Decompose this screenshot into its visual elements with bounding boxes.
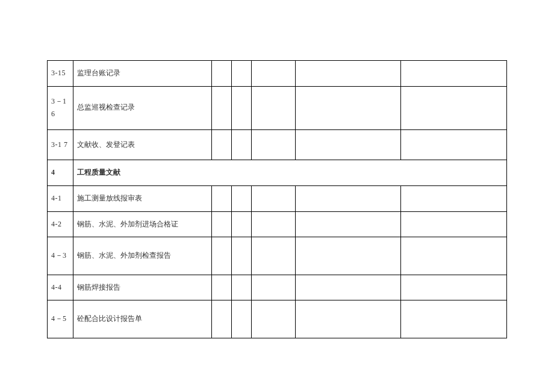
empty-cell: [401, 211, 507, 237]
empty-cell: [295, 129, 401, 160]
empty-cell: [401, 185, 507, 211]
table-row: 4-4钢筋焊接报告: [48, 275, 507, 300]
row-desc: 总监巡视检查记录: [73, 86, 211, 129]
document-table: 3-15监理台账记录3－1 6总监巡视检查记录3-1 7文献收、发登记表4工程质…: [47, 60, 507, 338]
row-desc: 监理台账记录: [73, 61, 211, 87]
empty-cell: [251, 86, 295, 129]
row-desc: 砼配合比设计报告单: [73, 300, 211, 338]
empty-cell: [231, 61, 251, 87]
row-desc: 钢筋、水泥、外加剂进场合格证: [73, 211, 211, 237]
empty-cell: [211, 237, 231, 275]
table-row: 4－5砼配合比设计报告单: [48, 300, 507, 338]
table-row: 3-1 7文献收、发登记表: [48, 129, 507, 160]
empty-cell: [231, 237, 251, 275]
empty-cell: [251, 129, 295, 160]
empty-cell: [401, 61, 507, 87]
empty-cell: [295, 185, 401, 211]
empty-cell: [401, 300, 507, 338]
empty-cell: [231, 185, 251, 211]
empty-cell: [401, 237, 507, 275]
empty-cell: [231, 86, 251, 129]
empty-cell: [401, 86, 507, 129]
empty-cell: [295, 86, 401, 129]
empty-cell: [251, 61, 295, 87]
empty-cell: [231, 300, 251, 338]
empty-cell: [401, 275, 507, 300]
row-id: 3-15: [48, 61, 73, 87]
table-row: 4-1施工测量放线报审表: [48, 185, 507, 211]
empty-cell: [211, 275, 231, 300]
row-id: 4－5: [48, 300, 73, 338]
table-row: 4工程质量文献: [48, 160, 507, 186]
empty-cell: [401, 129, 507, 160]
row-id: 4-1: [48, 185, 73, 211]
row-id: 4-2: [48, 211, 73, 237]
row-id: 4: [48, 160, 73, 186]
table-row: 3-15监理台账记录: [48, 61, 507, 87]
empty-cell: [295, 61, 401, 87]
row-desc: 钢筋、水泥、外加剂检查报告: [73, 237, 211, 275]
empty-cell: [251, 300, 295, 338]
section-title: 工程质量文献: [73, 160, 507, 186]
table-row: 4－3钢筋、水泥、外加剂检查报告: [48, 237, 507, 275]
table-row: 3－1 6总监巡视检查记录: [48, 86, 507, 129]
row-id: 3－1 6: [48, 86, 73, 129]
empty-cell: [251, 275, 295, 300]
empty-cell: [211, 86, 231, 129]
row-desc: 文献收、发登记表: [73, 129, 211, 160]
empty-cell: [211, 300, 231, 338]
empty-cell: [295, 300, 401, 338]
row-desc: 钢筋焊接报告: [73, 275, 211, 300]
empty-cell: [251, 185, 295, 211]
empty-cell: [295, 211, 401, 237]
table-row: 4-2钢筋、水泥、外加剂进场合格证: [48, 211, 507, 237]
row-desc: 施工测量放线报审表: [73, 185, 211, 211]
empty-cell: [211, 185, 231, 211]
row-id: 4-4: [48, 275, 73, 300]
empty-cell: [295, 275, 401, 300]
row-id: 4－3: [48, 237, 73, 275]
empty-cell: [251, 211, 295, 237]
row-id: 3-1 7: [48, 129, 73, 160]
empty-cell: [211, 61, 231, 87]
empty-cell: [211, 211, 231, 237]
empty-cell: [231, 211, 251, 237]
empty-cell: [251, 237, 295, 275]
empty-cell: [295, 237, 401, 275]
empty-cell: [231, 129, 251, 160]
empty-cell: [231, 275, 251, 300]
empty-cell: [211, 129, 231, 160]
